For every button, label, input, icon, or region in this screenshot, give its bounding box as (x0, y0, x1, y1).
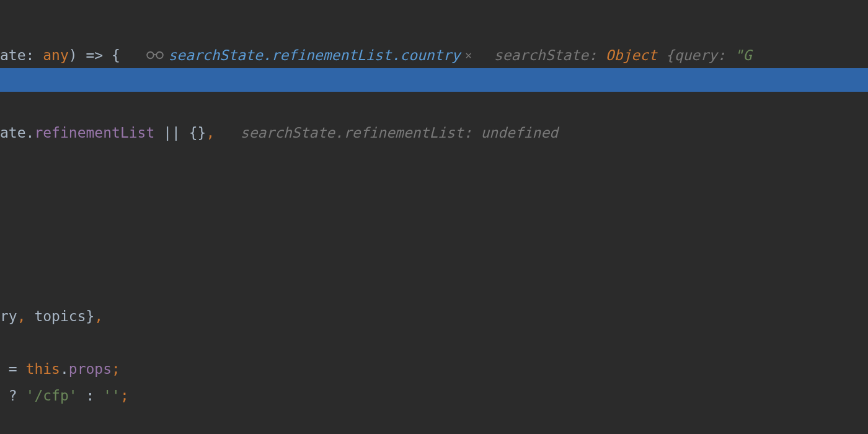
inline-debug-key: query: (675, 44, 735, 67)
spacer (215, 122, 241, 144)
code-fragment: , (206, 122, 215, 144)
code-fragment: = (0, 358, 26, 381)
code-fragment: . (26, 122, 35, 144)
code-fragment: topics} (34, 305, 94, 328)
inline-debug-value: "G (735, 44, 752, 67)
code-fragment: ? (0, 384, 26, 407)
code-line-4[interactable]: ry, topics}, (0, 305, 103, 328)
code-keyword-this: this (26, 358, 60, 381)
code-fragment: ; (120, 384, 129, 407)
code-fragment: . (60, 358, 69, 381)
code-fragment: || {} (154, 122, 206, 144)
watch-expression[interactable]: searchState.refinementList.country ✕ (146, 44, 477, 67)
code-fragment: , (94, 305, 103, 328)
code-fragment: : (78, 384, 104, 407)
svg-point-1 (157, 52, 164, 59)
code-property: refinementList (34, 122, 154, 144)
code-fragment: ry (0, 305, 17, 328)
code-fragment: ) (69, 44, 78, 67)
code-fragment: ate (0, 44, 26, 67)
watch-expression-text: searchState.refinementList.country (168, 44, 460, 67)
execution-line-highlight (0, 68, 868, 92)
inline-debug-brace: { (666, 44, 675, 67)
spacer (120, 44, 146, 67)
svg-point-0 (148, 52, 154, 59)
spacer (477, 44, 494, 67)
code-line-3[interactable]: ate.refinementList || {}, searchState.re… (0, 122, 558, 144)
code-line-1[interactable]: ate: any) => { searchState.refinementLis… (0, 44, 751, 67)
glasses-icon (146, 50, 164, 61)
code-fragment: ; (112, 358, 120, 381)
code-string: '' (103, 384, 120, 407)
inline-debug-label: searchState: (494, 44, 606, 67)
code-fragment: ate (0, 122, 26, 144)
code-fragment: { (112, 44, 120, 67)
inline-debug-type: Object (606, 44, 666, 67)
code-string: '/cfp' (26, 384, 78, 407)
code-keyword-any: any (43, 44, 69, 67)
code-fragment: : (26, 44, 43, 67)
code-property: props (69, 358, 112, 381)
inline-debug-value: searchState.refinementList: undefined (241, 122, 558, 144)
code-line-6[interactable]: ? '/cfp' : ''; (0, 384, 129, 407)
code-fragment: , (17, 305, 35, 328)
code-line-5[interactable]: = this.props; (0, 358, 120, 381)
close-icon[interactable]: ✕ (465, 46, 472, 64)
code-fragment: => (78, 44, 112, 67)
